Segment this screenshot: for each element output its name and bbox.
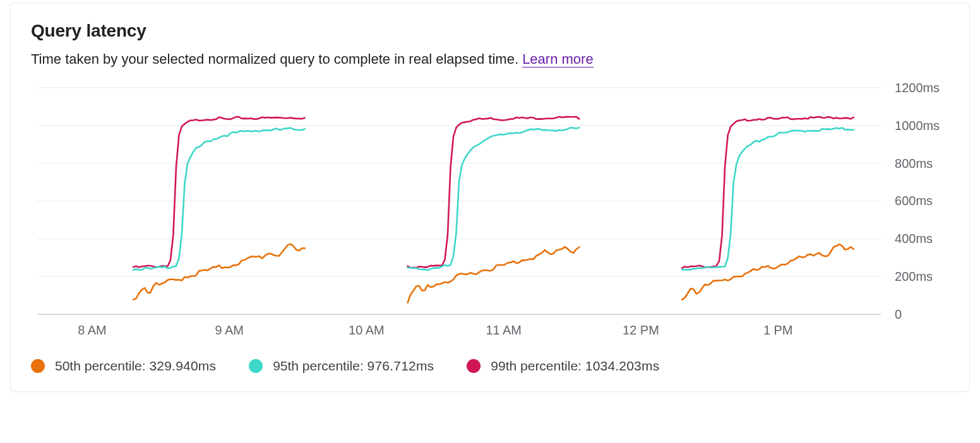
svg-text:9 AM: 9 AM bbox=[215, 323, 243, 337]
svg-text:1000ms: 1000ms bbox=[895, 119, 940, 133]
svg-text:11 AM: 11 AM bbox=[486, 323, 522, 337]
legend-label-p50: 50th percentile: 329.940ms bbox=[55, 358, 216, 374]
svg-text:200ms: 200ms bbox=[895, 269, 933, 283]
svg-text:1200ms: 1200ms bbox=[895, 81, 940, 95]
svg-text:10 AM: 10 AM bbox=[349, 323, 385, 337]
legend-dot-p95 bbox=[249, 359, 263, 373]
legend-dot-p99 bbox=[467, 359, 481, 373]
series-p50-seg2 bbox=[682, 244, 854, 300]
series-p95-seg2 bbox=[682, 128, 854, 270]
chart-legend: 50th percentile: 329.940ms 95th percenti… bbox=[31, 358, 949, 374]
svg-text:800ms: 800ms bbox=[895, 157, 933, 170]
svg-text:1 PM: 1 PM bbox=[763, 323, 793, 337]
series-p99-seg2 bbox=[682, 117, 854, 268]
legend-value-p95: 976.712ms bbox=[368, 358, 434, 373]
svg-text:600ms: 600ms bbox=[895, 194, 933, 208]
legend-name-p95: 95th percentile: bbox=[273, 358, 364, 373]
legend-label-p99: 99th percentile: 1034.203ms bbox=[491, 358, 659, 374]
learn-more-link[interactable]: Learn more bbox=[522, 51, 594, 68]
svg-text:400ms: 400ms bbox=[895, 232, 933, 245]
card-subtitle: Time taken by your selected normalized q… bbox=[31, 51, 949, 68]
latency-card: Query latency Time taken by your selecte… bbox=[10, 3, 970, 392]
legend-name-p50: 50th percentile: bbox=[55, 358, 146, 373]
legend-item-p50: 50th percentile: 329.940ms bbox=[31, 358, 216, 374]
legend-dot-p50 bbox=[31, 359, 45, 373]
legend-value-p50: 329.940ms bbox=[149, 358, 216, 373]
legend-item-p95: 95th percentile: 976.712ms bbox=[249, 358, 434, 374]
legend-name-p99: 99th percentile: bbox=[491, 358, 582, 373]
chart-svg: 0200ms400ms600ms800ms1000ms1200ms8 AM9 A… bbox=[31, 85, 949, 347]
series-p99-seg1 bbox=[408, 117, 580, 268]
svg-text:0: 0 bbox=[895, 307, 902, 321]
card-title: Query latency bbox=[31, 21, 949, 41]
series-p99-seg0 bbox=[133, 117, 305, 268]
svg-text:12 PM: 12 PM bbox=[623, 323, 659, 337]
series-p50-seg1 bbox=[408, 247, 580, 302]
latency-chart: 0200ms400ms600ms800ms1000ms1200ms8 AM9 A… bbox=[31, 85, 949, 347]
legend-label-p95: 95th percentile: 976.712ms bbox=[273, 358, 434, 374]
legend-item-p99: 99th percentile: 1034.203ms bbox=[467, 358, 659, 374]
legend-value-p99: 1034.203ms bbox=[585, 358, 660, 373]
series-p95-seg1 bbox=[408, 127, 580, 270]
svg-text:8 AM: 8 AM bbox=[78, 323, 106, 337]
subtitle-text: Time taken by your selected normalized q… bbox=[31, 51, 522, 67]
series-p95-seg0 bbox=[133, 128, 305, 270]
series-p50-seg0 bbox=[133, 244, 305, 300]
